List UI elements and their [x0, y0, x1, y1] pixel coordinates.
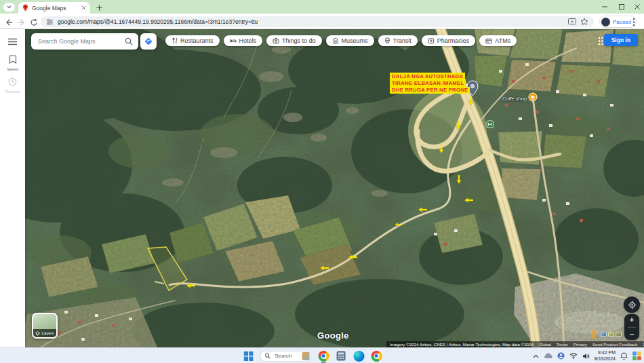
chip-label: Hotels — [239, 37, 257, 44]
sidebar-item-label: Recents — [0, 90, 25, 94]
zoom-in-button[interactable]: + — [630, 316, 634, 323]
address-bar[interactable]: google.com/maps/@41.1674449,19.9920295,1… — [41, 16, 594, 27]
windows-taskbar: 9:42 PM 8/15/2024 — [0, 347, 644, 363]
screen: Google Maps google.com/maps/@41.1674449,… — [0, 0, 644, 363]
search-icon[interactable] — [125, 37, 133, 45]
taskbar-chrome[interactable] — [371, 350, 382, 362]
plus-icon — [96, 5, 102, 11]
imagery-thumbnail[interactable] — [616, 332, 622, 337]
minimize-icon — [602, 4, 607, 9]
taskbar-calculator[interactable] — [336, 350, 347, 362]
hamburger-menu-icon — [7, 38, 18, 45]
volume-icon[interactable] — [582, 353, 590, 360]
footer-link-terms[interactable]: Terms — [557, 342, 568, 347]
widgets-icon[interactable] — [632, 351, 641, 360]
sync-status-label: Paused — [613, 19, 631, 25]
maps-searchbox[interactable] — [31, 33, 138, 50]
taskbar-clock[interactable]: 9:42 PM 8/15/2024 — [595, 350, 616, 362]
chip-things-to-do[interactable]: Things to do — [266, 35, 322, 46]
chip-label: Restaurants — [180, 37, 214, 44]
site-settings-icon[interactable] — [46, 18, 54, 26]
sidebar-item-saved[interactable]: Saved — [0, 54, 25, 71]
back-arrow-icon — [5, 18, 13, 26]
search-icon — [265, 353, 271, 359]
search-input[interactable] — [37, 37, 125, 45]
sign-in-button[interactable]: Sign in — [604, 34, 638, 46]
search-highlight-image[interactable] — [302, 352, 309, 360]
forward-button[interactable] — [18, 17, 26, 29]
wifi-icon[interactable] — [569, 353, 578, 359]
imagery-thumbnails[interactable] — [601, 332, 622, 337]
category-chips: Restaurants Hotels Things to do Museums … — [165, 35, 517, 46]
chevron-down-icon — [7, 5, 12, 9]
annotation-line: TIRANE-ELBASAN /MAMEL — [390, 79, 466, 86]
main-menu-button[interactable] — [0, 36, 25, 48]
things-to-do-icon — [273, 37, 279, 44]
browser-tab[interactable]: Google Maps — [18, 2, 90, 14]
hotels-icon — [230, 37, 237, 44]
zoom-control: + − — [624, 314, 639, 340]
start-button[interactable] — [243, 350, 254, 362]
calculator-icon — [336, 351, 346, 361]
taskbar-chrome-active[interactable] — [318, 350, 329, 362]
imagery-thumbnail[interactable] — [601, 332, 607, 337]
divider — [628, 327, 636, 328]
chip-transit[interactable]: Transit — [378, 35, 418, 46]
transit-icon — [384, 37, 390, 44]
sidebar-item-recents[interactable]: Recents — [0, 77, 25, 94]
footer-link-privacy[interactable]: Privacy — [573, 342, 587, 347]
taskbar-search[interactable] — [260, 351, 312, 362]
maps-pin-favicon-icon — [22, 4, 28, 12]
chip-atms[interactable]: ATMs — [479, 35, 517, 46]
chip-label: Pharmacies — [437, 37, 470, 44]
imagery-thumbnail[interactable] — [608, 332, 614, 337]
install-app-icon[interactable] — [568, 18, 576, 26]
clock-date: 8/15/2024 — [595, 356, 616, 362]
coffee-shop-poi-icon[interactable] — [529, 93, 537, 101]
directions-diamond-icon — [144, 37, 153, 46]
map-canvas[interactable] — [0, 29, 644, 347]
new-tab-button[interactable] — [95, 3, 104, 12]
window-minimize-button[interactable] — [597, 0, 613, 13]
reload-button[interactable] — [30, 17, 38, 29]
tab-search-button[interactable] — [3, 3, 15, 12]
map-footer-bar: Imagery ©2024 Airbus, CNES / Airbus, Max… — [386, 341, 644, 347]
windows-logo-icon — [243, 351, 253, 361]
zoom-out-button[interactable]: − — [630, 331, 634, 338]
chip-museums[interactable]: Museums — [326, 35, 374, 46]
layers-button[interactable]: Layers — [32, 313, 58, 339]
onedrive-cloud-icon[interactable] — [544, 353, 552, 359]
taskbar-edge[interactable] — [353, 350, 365, 362]
annotation-line: DALJA NGA AUTOSTRADA — [390, 73, 465, 79]
notifications-bell-icon[interactable] — [620, 352, 628, 360]
motorway-badge-icon — [487, 121, 494, 128]
chip-pharmacies[interactable]: Pharmacies — [422, 35, 476, 46]
kebab-menu-icon — [632, 18, 635, 26]
bookmark-star-icon[interactable] — [580, 18, 588, 26]
browser-menu-button[interactable] — [632, 17, 635, 29]
chip-label: Museums — [342, 37, 368, 44]
window-maximize-button[interactable] — [613, 0, 630, 13]
poi-label-coffee-shop[interactable]: Coffe shop — [502, 96, 527, 102]
my-location-button[interactable] — [624, 297, 640, 313]
maximize-icon — [619, 4, 624, 9]
profile-sync-chip[interactable]: Paused — [599, 16, 637, 28]
chrome-icon — [318, 351, 329, 362]
taskbar-search-input[interactable] — [273, 352, 299, 360]
chip-label: ATMs — [495, 37, 510, 44]
tray-expand-icon[interactable] — [533, 354, 539, 358]
clock-time: 9:42 PM — [595, 350, 616, 356]
chip-restaurants[interactable]: Restaurants — [165, 35, 220, 46]
window-close-button[interactable] — [629, 0, 644, 13]
directions-button[interactable] — [140, 33, 157, 50]
atms-icon — [485, 38, 492, 44]
footer-link-global[interactable]: Global — [539, 342, 551, 347]
back-button[interactable] — [5, 17, 13, 29]
tray-app-icon[interactable] — [557, 352, 565, 360]
edge-icon — [353, 351, 364, 362]
pegman-control[interactable] — [590, 329, 597, 342]
close-icon — [635, 4, 640, 9]
map-annotation: DALJA NGA AUTOSTRADA TIRANE-ELBASAN /MAM… — [390, 73, 470, 94]
chip-hotels[interactable]: Hotels — [224, 35, 263, 46]
tab-close-icon[interactable] — [81, 5, 86, 10]
